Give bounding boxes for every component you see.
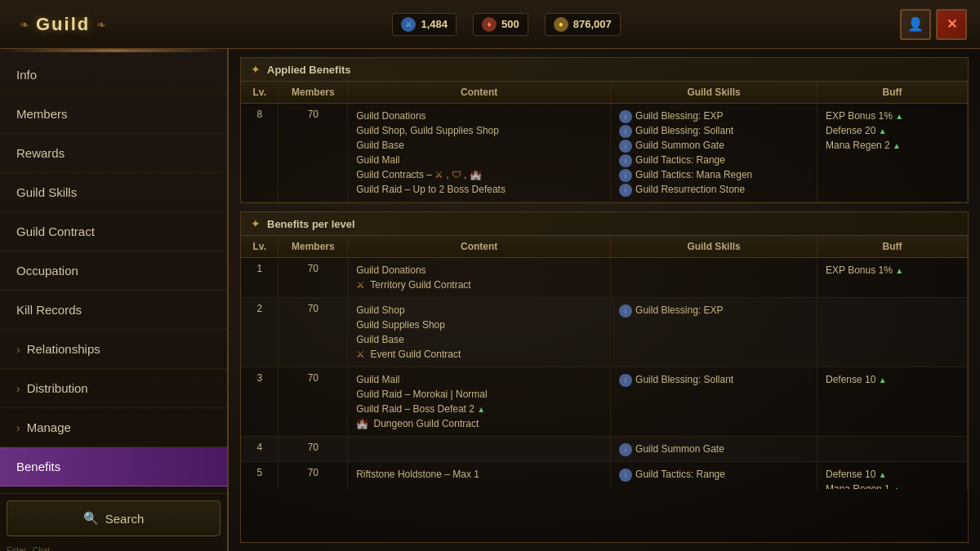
territory-icon: ⚔ xyxy=(356,278,365,292)
sidebar-item-members[interactable]: Members xyxy=(0,95,227,134)
benefits-per-level-table: Lv. Members Content Guild Skills Buff 1 … xyxy=(241,236,968,489)
row-content: Guild Shop Guild Supplies Shop Guild Bas… xyxy=(348,298,611,367)
title-deco-left: ❧ xyxy=(20,18,29,31)
row-lv: 3 xyxy=(241,367,278,437)
title-deco-right: ❧ xyxy=(96,18,106,31)
guild-title: Guild xyxy=(36,14,90,35)
benefits-per-level-icon: ✦ xyxy=(251,217,261,230)
contract-icon2: 🛡 xyxy=(452,167,461,182)
row-buff: Defense 10 ▲ Mana Regen 1 ▲ xyxy=(817,462,968,490)
applied-benefits-table: Lv. Members Content Guild Skills Buff 8 … xyxy=(241,82,968,202)
col-header-members: Members xyxy=(278,82,348,104)
benefits-per-level-header: ✦ Benefits per level xyxy=(241,212,968,236)
row-lv: 8 xyxy=(241,104,278,202)
sidebar-item-manage[interactable]: › Manage xyxy=(0,408,227,447)
table-row: 4 70 iGuild Summon Gate xyxy=(241,437,968,462)
row-skills xyxy=(611,258,817,298)
row-members: 70 xyxy=(278,367,348,437)
buff-arrow: ▲ xyxy=(879,375,887,384)
applied-benefits-icon: ✦ xyxy=(251,63,261,76)
row-content: Guild Donations ⚔ Territory Guild Contra… xyxy=(348,258,611,298)
sidebar-item-rewards[interactable]: Rewards xyxy=(0,134,227,173)
row-skills: iGuild Tactics: Range xyxy=(611,462,817,490)
sidebar-item-occupation[interactable]: Occupation xyxy=(0,251,227,291)
applied-benefits-section: ✦ Applied Benefits Lv. Members Content G… xyxy=(240,57,969,203)
row-buff xyxy=(817,298,968,367)
col-header-content2: Content xyxy=(348,236,611,258)
chat-label: Chat xyxy=(33,546,50,551)
top-buttons: 👤 ✕ xyxy=(900,9,967,40)
buff-arrow: ▲ xyxy=(477,405,485,414)
sidebar-item-kill-records[interactable]: Kill Records xyxy=(0,291,227,330)
buff-arrow: ▲ xyxy=(895,112,903,121)
sidebar-item-relationships[interactable]: › Relationships xyxy=(0,330,227,369)
sidebar: Info Members Rewards Guild Skills Guild … xyxy=(0,49,229,551)
col-header-skills2: Guild Skills xyxy=(611,236,817,258)
row-skills: iGuild Blessing: Sollant xyxy=(611,367,817,437)
benefits-per-level-table-wrapper: Lv. Members Content Guild Skills Buff 1 … xyxy=(241,236,968,489)
sidebar-item-info[interactable]: Info xyxy=(0,56,227,95)
row-buff: EXP Bonus 1% ▲ Defense 20 ▲ Mana Regen 2… xyxy=(817,104,968,202)
enter-label: Enter xyxy=(7,546,26,551)
row-content xyxy=(348,437,611,462)
skill-icon: i xyxy=(619,169,632,182)
portrait-button[interactable]: 👤 xyxy=(900,9,931,40)
row-content: Guild Mail Guild Raid – Morokai | Normal… xyxy=(348,367,611,437)
content-area: Info Members Rewards Guild Skills Guild … xyxy=(0,49,980,551)
buff-arrow: ▲ xyxy=(893,141,901,150)
row-content: Guild Donations Guild Shop, Guild Suppli… xyxy=(348,104,611,202)
buff-arrow: ▲ xyxy=(879,127,887,136)
buff-arrow: ▲ xyxy=(893,485,901,489)
benefits-per-level-title: Benefits per level xyxy=(267,218,355,230)
search-label: Search xyxy=(105,512,145,526)
combat-value: 1,484 xyxy=(421,18,448,30)
title-section: ❧ Guild ❧ xyxy=(13,14,113,35)
col-header-lv: Lv. xyxy=(241,82,278,104)
skill-icon: i xyxy=(619,110,632,123)
col-header-buff: Buff xyxy=(817,82,968,104)
search-button[interactable]: 🔍 Search xyxy=(7,500,220,536)
sidebar-bottom: 🔍 Search xyxy=(0,493,227,543)
col-header-lv2: Lv. xyxy=(241,236,278,258)
row-buff: EXP Bonus 1% ▲ xyxy=(817,258,968,298)
main-panel: ✦ Applied Benefits Lv. Members Content G… xyxy=(229,49,980,551)
close-button[interactable]: ✕ xyxy=(936,9,967,40)
row-content: Riftstone Holdstone – Max 1 xyxy=(348,462,611,490)
table-row: 3 70 Guild Mail Guild Raid – Morokai | N… xyxy=(241,367,968,437)
benefits-per-level-section: ✦ Benefits per level Lv. Members Content… xyxy=(240,211,969,543)
arrow-icon-distribution: › xyxy=(16,382,20,395)
row-members: 70 xyxy=(278,258,348,298)
skill-icon: i xyxy=(619,469,632,482)
dungeon-icon: 🏰 xyxy=(356,416,368,431)
stat-combat: ⚔ 1,484 xyxy=(392,13,457,36)
row-skills: iGuild Summon Gate xyxy=(611,437,817,462)
combat-icon: ⚔ xyxy=(401,17,416,32)
sidebar-item-benefits[interactable]: Benefits xyxy=(0,447,227,487)
sidebar-item-guild-contract[interactable]: Guild Contract xyxy=(0,212,227,251)
row-lv: 4 xyxy=(241,437,278,462)
table-row: 5 70 Riftstone Holdstone – Max 1 iGuild … xyxy=(241,462,968,490)
col-header-buff2: Buff xyxy=(817,236,968,258)
event-icon: ⚔ xyxy=(356,347,365,362)
sidebar-item-distribution[interactable]: › Distribution xyxy=(0,369,227,408)
row-buff: Defense 10 ▲ xyxy=(817,367,968,437)
row-lv: 2 xyxy=(241,298,278,367)
row-members: 70 xyxy=(278,462,348,490)
sidebar-nav: Info Members Rewards Guild Skills Guild … xyxy=(0,49,227,493)
col-header-members2: Members xyxy=(278,236,348,258)
row-lv: 1 xyxy=(241,258,278,298)
stat-gold: ● 876,007 xyxy=(545,13,621,36)
arrow-icon-manage: › xyxy=(16,421,20,434)
skill-icon: i xyxy=(619,154,632,167)
contract-icon3: 🏰 xyxy=(470,167,482,182)
buff-arrow: ▲ xyxy=(895,266,903,275)
col-header-skills: Guild Skills xyxy=(611,82,817,104)
table-row: 8 70 Guild Donations Guild Shop, Guild S… xyxy=(241,104,968,202)
skill-icon: i xyxy=(619,374,632,387)
applied-benefits-title: Applied Benefits xyxy=(267,64,351,76)
skill-icon: i xyxy=(619,443,632,456)
applied-benefits-table-wrapper: Lv. Members Content Guild Skills Buff 8 … xyxy=(241,82,968,202)
table-row: 2 70 Guild Shop Guild Supplies Shop Guil… xyxy=(241,298,968,367)
skill-icon: i xyxy=(619,140,632,153)
sidebar-item-guild-skills[interactable]: Guild Skills xyxy=(0,173,227,212)
